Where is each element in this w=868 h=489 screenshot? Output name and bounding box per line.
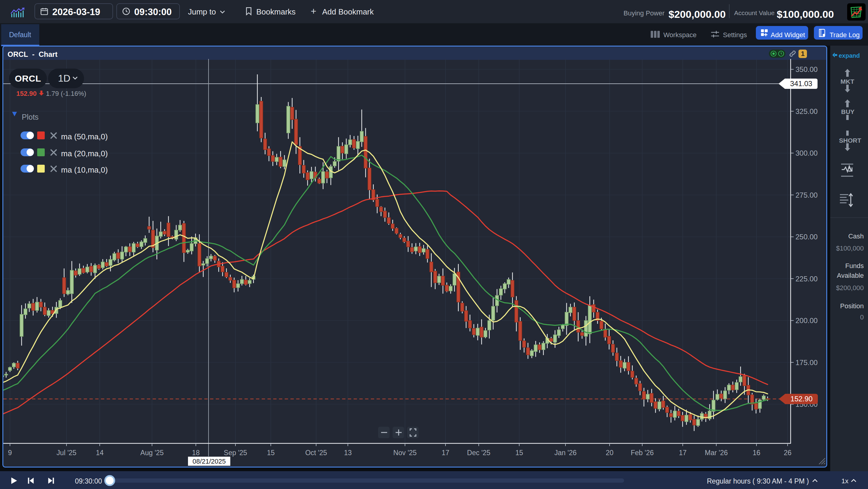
svg-text:Dec '25: Dec '25 bbox=[467, 449, 490, 457]
svg-text:17: 17 bbox=[441, 449, 450, 457]
svg-text:14: 14 bbox=[96, 449, 104, 457]
svg-text:175.00: 175.00 bbox=[796, 359, 817, 367]
svg-text:20: 20 bbox=[606, 449, 614, 457]
svg-text:15: 15 bbox=[515, 449, 523, 457]
svg-text:08/21/2025: 08/21/2025 bbox=[192, 458, 226, 465]
svg-text:200.00: 200.00 bbox=[796, 316, 817, 325]
svg-text:152.90: 152.90 bbox=[790, 395, 812, 403]
svg-text:341.03: 341.03 bbox=[790, 80, 812, 88]
svg-text:275.00: 275.00 bbox=[796, 191, 817, 199]
svg-text:26: 26 bbox=[784, 449, 792, 457]
svg-text:325.00: 325.00 bbox=[796, 107, 817, 116]
svg-text:9: 9 bbox=[8, 449, 12, 457]
svg-text:Nov '25: Nov '25 bbox=[393, 449, 416, 457]
svg-text:16: 16 bbox=[752, 449, 761, 457]
svg-text:225.00: 225.00 bbox=[796, 275, 817, 283]
svg-text:Jul '25: Jul '25 bbox=[57, 449, 76, 457]
svg-text:Jan '26: Jan '26 bbox=[554, 449, 576, 457]
svg-text:Sep '25: Sep '25 bbox=[224, 449, 247, 457]
svg-text:Feb '26: Feb '26 bbox=[631, 449, 654, 457]
svg-text:250.00: 250.00 bbox=[796, 233, 817, 241]
svg-text:17: 17 bbox=[679, 449, 687, 457]
svg-text:15: 15 bbox=[267, 449, 275, 457]
svg-text:Mar '26: Mar '26 bbox=[705, 449, 728, 457]
svg-text:300.00: 300.00 bbox=[796, 149, 817, 157]
svg-text:Aug '25: Aug '25 bbox=[140, 449, 163, 457]
svg-text:18: 18 bbox=[192, 449, 200, 457]
svg-text:13: 13 bbox=[344, 449, 352, 457]
svg-text:350.00: 350.00 bbox=[796, 65, 817, 73]
svg-text:Oct '25: Oct '25 bbox=[305, 449, 327, 457]
